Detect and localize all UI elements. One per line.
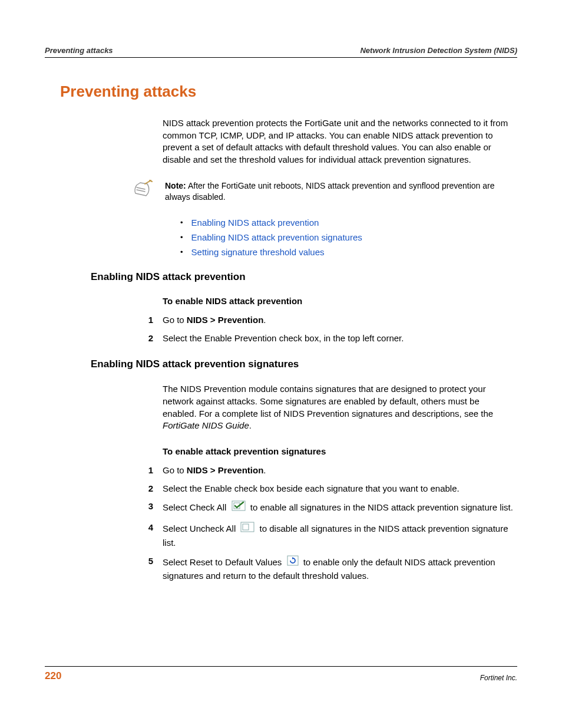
step-item: 1 Go to NIDS > Prevention.	[144, 465, 515, 477]
page-title: Preventing attacks	[60, 83, 517, 101]
uncheck-all-icon	[240, 522, 254, 536]
step-item: 2 Select the Enable Prevention check box…	[144, 332, 515, 345]
company-name: Fortinet Inc.	[480, 674, 517, 682]
svg-rect-4	[287, 556, 298, 565]
note-block: Note: After the FortiGate unit reboots, …	[133, 180, 515, 203]
step-number: 2	[144, 483, 153, 495]
note-label: Note:	[165, 181, 186, 190]
bullet-icon: •	[180, 233, 183, 242]
step-text: Go to NIDS > Prevention.	[163, 465, 515, 477]
section-heading-1: Enabling NIDS attack prevention	[91, 271, 517, 283]
step-item: 1 Go to NIDS > Prevention.	[144, 314, 515, 327]
step-number: 1	[144, 465, 153, 477]
step-number: 5	[144, 555, 153, 582]
steps-list-1: 1 Go to NIDS > Prevention. 2 Select the …	[144, 314, 515, 344]
step-text: Select the Enable Prevention check box, …	[163, 332, 515, 345]
section2-intro: The NIDS Prevention module contains sign…	[163, 383, 515, 432]
header-left: Preventing attacks	[45, 46, 113, 55]
reset-default-icon	[287, 555, 299, 569]
step-text: Select the Enable check box beside each …	[163, 483, 515, 495]
header-right: Network Intrusion Detection System (NIDS…	[360, 46, 517, 55]
step-text: Go to NIDS > Prevention.	[163, 314, 515, 327]
step-number: 3	[144, 500, 153, 516]
step-number: 4	[144, 522, 153, 549]
step-item: 3 Select Check All to enable all signatu…	[144, 500, 515, 516]
check-all-icon	[232, 500, 246, 515]
intro-paragraph: NIDS attack prevention protects the Fort…	[163, 117, 515, 166]
step-number: 1	[144, 314, 153, 327]
link-threshold-values[interactable]: Setting signature threshold values	[191, 247, 325, 257]
step-item: 2 Select the Enable check box beside eac…	[144, 483, 515, 495]
link-enabling-prevention[interactable]: Enabling NIDS attack prevention	[191, 218, 319, 228]
page-footer: 220 Fortinet Inc.	[45, 666, 517, 682]
toc-links: • Enabling NIDS attack prevention • Enab…	[180, 218, 517, 257]
procedure-title-1: To enable NIDS attack prevention	[163, 296, 517, 306]
svg-rect-3	[243, 524, 249, 530]
procedure-title-2: To enable attack prevention signatures	[163, 446, 517, 456]
page-number: 220	[45, 670, 61, 682]
page-header: Preventing attacks Network Intrusion Det…	[45, 46, 517, 58]
note-icon	[133, 179, 153, 199]
step-text: Select Uncheck All to disable all signat…	[163, 522, 515, 549]
bullet-icon: •	[180, 218, 183, 227]
link-enabling-signatures[interactable]: Enabling NIDS attack prevention signatur…	[191, 232, 362, 242]
bullet-icon: •	[180, 248, 183, 256]
step-text: Select Reset to Default Values to enable…	[163, 555, 515, 582]
step-item: 4 Select Uncheck All to disable all sign…	[144, 522, 515, 549]
step-number: 2	[144, 332, 153, 345]
note-text: Note: After the FortiGate unit reboots, …	[165, 180, 515, 203]
section-heading-2: Enabling NIDS attack prevention signatur…	[91, 358, 517, 370]
steps-list-2: 1 Go to NIDS > Prevention. 2 Select the …	[144, 465, 515, 582]
step-text: Select Check All to enable all signature…	[163, 500, 515, 516]
step-item: 5 Select Reset to Default Values to enab…	[144, 555, 515, 582]
